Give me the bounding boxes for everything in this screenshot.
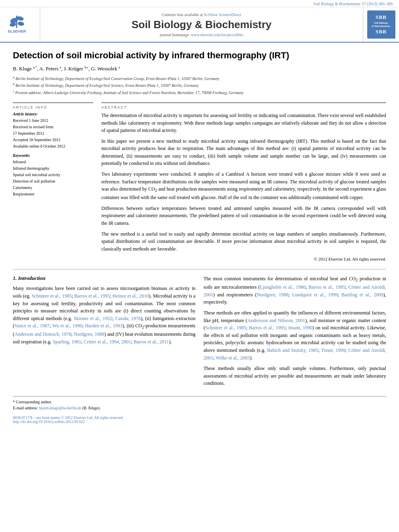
received-date: Received 1 June 2012 [13, 118, 93, 123]
accepted-date: Accepted 18 September 2012 [13, 137, 93, 143]
article-info-col: ARTICLE INFO Article history: Received 1… [13, 103, 93, 263]
abstract-header: ABSTRACT [101, 105, 386, 109]
article-body: Detection of soil microbial activity by … [0, 43, 399, 431]
ref-barros1995[interactable]: Barros et al., 1995 [74, 293, 110, 299]
history-title: Article history: [13, 112, 93, 116]
ref-heinze[interactable]: Heinze et al., 2010 [113, 293, 149, 299]
keyword-5: Calorimetry [13, 185, 93, 191]
homepage-link[interactable]: www.elsevier.com/locate/soilbio [191, 33, 243, 37]
ref-skinner[interactable]: Skinner et al., 1952 [74, 316, 112, 321]
keyword-3: Spatial soil microbial activity [13, 172, 93, 178]
ref-critter-1994[interactable]: Critter et al., 1994, 2001 [84, 339, 131, 345]
available-date: Available online 6 October 2012 [13, 144, 93, 149]
info-abstract-section: ARTICLE INFO Article history: Received 1… [13, 103, 386, 263]
sbb-logo-area: SBB Soil Biology& Biochemistry SBB [363, 7, 399, 42]
ref-andersson[interactable]: Andersson and Nilsson, 2001 [247, 318, 305, 323]
footnote-section: * Corresponding author. E-mail address: … [13, 396, 386, 411]
abstract-p4: Differences between surface temperatures… [101, 205, 386, 227]
ref-nordgren[interactable]: Nordgren, 1988 [74, 331, 104, 337]
revised-date: 17 September 2012 [13, 131, 93, 136]
ref-barros2011[interactable]: Barros et al., 2011 [134, 339, 169, 345]
sciverse-link[interactable]: SciVerse ScienceDirect [204, 12, 242, 17]
email-note: E-mail address: bjoem.kluge@tu-berlin.de… [13, 405, 386, 411]
elsevier-logo-area: ELSEVIER [0, 7, 40, 42]
keyword-4: Detection of soil pollution [13, 179, 93, 184]
doi-link[interactable]: http://dx.doi.org/10.1016/j.soilbio.2012… [13, 420, 85, 424]
affiliations: a Berlin Institute of Technology, Depart… [13, 75, 386, 96]
sbb-logo: SBB Soil Biology& Biochemistry SBB [367, 10, 395, 39]
elsevier-logo-svg: ELSEVIER [4, 12, 36, 37]
ref-bartling[interactable]: Bartling et al., 2009 [341, 292, 383, 298]
intro-right-p3: These methods usually allow only small s… [204, 365, 386, 387]
keyword-2: Infrared thermography [13, 166, 93, 171]
bottom-bar: 0038-0717/$ – see front matter © 2012 El… [13, 416, 386, 424]
ref-nordgren2[interactable]: Nordgren, 1988 [257, 292, 288, 298]
journal-header: ELSEVIER Contents lists available at Sci… [0, 7, 399, 43]
introduction-right: The most common instruments for determin… [204, 275, 386, 390]
sciverse-line: Contents lists available at SciVerse Sci… [162, 12, 242, 17]
journal-title-area: Contents lists available at SciVerse Sci… [40, 7, 363, 42]
article-info-header: ARTICLE INFO [13, 105, 93, 109]
introduction-section: 1. Introduction Many investigations have… [13, 275, 386, 390]
ref-schnurer2[interactable]: Schnürer et al., 1985 [205, 325, 246, 331]
corresponding-author-note: * Corresponding author. [13, 399, 386, 405]
section-divider [13, 269, 386, 269]
ref-barros1995-2[interactable]: Barros et al., 1995 [309, 284, 346, 290]
section1-title: 1. Introduction [13, 275, 195, 281]
journal-bar: Soil Biology & Biochemistry 57 (2013) 38… [0, 0, 399, 7]
ref-casida[interactable]: Casida, 1976 [115, 316, 141, 321]
svg-text:ELSEVIER: ELSEVIER [8, 29, 26, 33]
journal-title: Soil Biology & Biochemistry [132, 18, 271, 31]
abstract-p3: Two laboratory experiments were conducte… [101, 170, 386, 201]
abstract-p1: The determination of microbial activity … [101, 112, 386, 134]
abstract-p5: The new method is a useful tool to easil… [101, 230, 386, 253]
affiliation-a: a Berlin Institute of Technology, Depart… [13, 75, 386, 82]
introduction-left: 1. Introduction Many investigations have… [13, 275, 195, 390]
authors-line: B. Kluge a,*, A. Peters a, J. Krüger b,c… [13, 66, 386, 72]
ref-wilke[interactable]: Wilke et al., 2005 [216, 355, 250, 361]
doi-line: http://dx.doi.org/10.1016/j.soilbio.2012… [13, 420, 386, 424]
ref-ljungholm[interactable]: Ljungholm et al., 1980 [260, 284, 305, 290]
ref-insam[interactable]: Insam, 1990 [288, 325, 313, 331]
page: Soil Biology & Biochemistry 57 (2013) 38… [0, 0, 399, 532]
ref-wu[interactable]: Wu et al., 1990 [52, 323, 82, 329]
ref-anderson[interactable]: Anderson and Domsch, 1978 [14, 331, 71, 337]
journal-citation: Soil Biology & Biochemistry 57 (2013) 38… [313, 2, 393, 6]
abstract-col: ABSTRACT The determination of microbial … [101, 103, 386, 263]
ref-harden[interactable]: Harden et al., 1993 [85, 323, 122, 329]
intro-right-p2: These methods are often applied to quant… [204, 309, 386, 362]
ref-schnurer[interactable]: Schnürer et al., 1985 [31, 293, 72, 299]
keyword-6: Respirometer [13, 191, 93, 197]
email-link[interactable]: bjoem.kluge@tu-berlin.de [39, 406, 81, 410]
affiliation-b: b Berlin Institute of Technology, Depart… [13, 82, 386, 89]
authors-text: B. Kluge a,*, A. Peters a, J. Krüger b,c… [13, 66, 120, 72]
keywords-label: Keywords: [13, 153, 93, 158]
keyword-1: Infrared [13, 159, 93, 165]
copyright: © 2012 Elsevier Ltd. All rights reserved… [101, 256, 386, 263]
affiliation-c: c Present address: Albert-Ludwigs-Univer… [13, 89, 386, 96]
ref-lundquist[interactable]: Lundquist et al., 1999 [292, 292, 338, 298]
article-title: Detection of soil microbial activity by … [13, 50, 386, 62]
svg-point-3 [9, 22, 16, 27]
homepage-line: journal homepage: www.elsevier.com/locat… [160, 33, 243, 37]
abstract-p2: In this paper we present a new method to… [101, 138, 386, 167]
intro-p1: Many investigations have been carried ou… [13, 285, 195, 345]
ref-sparling[interactable]: Sparling, 1981 [53, 339, 81, 345]
svg-point-4 [17, 21, 24, 27]
ref-vance[interactable]: Vance et al., 1987 [14, 323, 49, 329]
intro-right-p1: The most common instruments for determin… [204, 275, 386, 306]
received-revised-label: Received in revised form [13, 124, 93, 130]
abstract-text: The determination of microbial activity … [101, 112, 386, 263]
intro-right-text: The most common instruments for determin… [204, 275, 386, 387]
ref-babich[interactable]: Babich and Stotzky, 1985 [267, 347, 318, 353]
intro-left-text: Many investigations have been carried ou… [13, 285, 195, 345]
issn-line: 0038-0717/$ – see front matter © 2012 El… [13, 416, 386, 420]
ref-barros2[interactable]: Barros et al., 1995 [249, 325, 286, 331]
ref-tissot[interactable]: Tissot, 1999 [321, 347, 345, 353]
